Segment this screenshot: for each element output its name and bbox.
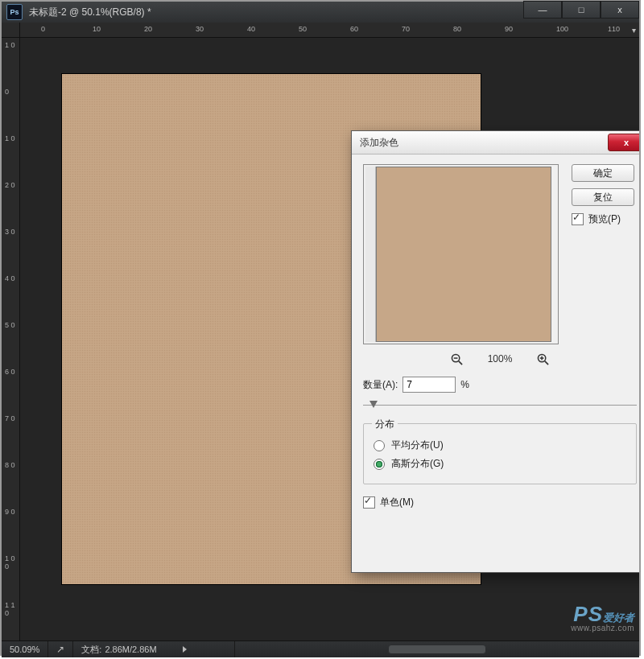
doc-info-label: 文档:: [81, 644, 101, 656]
minimize-button[interactable]: —: [523, 1, 562, 19]
distribution-group: 分布 平均分布(U) 高斯分布(G): [363, 423, 637, 484]
ruler-tick: 70: [402, 25, 410, 33]
ruler-tick: 8 0: [5, 461, 15, 469]
scrollbar-thumb[interactable]: [388, 645, 486, 654]
preview-checkbox-label: 预览(P): [588, 212, 621, 226]
watermark-brand: PS: [573, 602, 603, 626]
preview-image[interactable]: [376, 167, 551, 342]
amount-label: 数量(A):: [363, 378, 398, 392]
ruler-tick: 9 0: [5, 508, 15, 516]
share-icon[interactable]: ↗: [48, 641, 73, 657]
ruler-tick: 10: [93, 25, 101, 33]
watermark: PS爱好者 www.psahz.com: [571, 603, 634, 632]
ruler-tick: 0: [41, 25, 45, 33]
document-title: 未标题-2 @ 50.1%(RGB/8) *: [27, 6, 523, 19]
watermark-url: www.psahz.com: [571, 624, 634, 632]
ruler-tick: 30: [196, 25, 204, 33]
app-icon: Ps: [6, 4, 23, 20]
doc-info-menu-icon[interactable]: [183, 646, 187, 653]
dialog-close-button[interactable]: x: [608, 134, 639, 151]
ruler-horizontal-ticks: 0 10 20 30 40 50 60 70 80 90 100 110: [20, 23, 628, 37]
add-noise-dialog: 添加杂色 x 确定 复位: [351, 130, 639, 573]
canvas-area: 1 0 0 1 0 2 0 3 0 4 0 5 0 6 0 7 0 8 0 9 …: [2, 38, 639, 640]
close-window-button[interactable]: x: [601, 1, 639, 19]
ruler-tick: 0: [5, 88, 9, 96]
uniform-radio-label: 平均分布(U): [391, 439, 444, 452]
preview-checkbox[interactable]: [572, 213, 584, 225]
ruler-horizontal: 0 10 20 30 40 50 60 70 80 90 100 110 ▾: [2, 23, 639, 38]
noise-texture: [377, 167, 551, 341]
ruler-origin[interactable]: [2, 23, 20, 37]
status-bar: 50.09% ↗ 文档: 2.86M/2.86M: [2, 640, 639, 657]
ruler-vertical: 1 0 0 1 0 2 0 3 0 4 0 5 0 6 0 7 0 8 0 9 …: [2, 38, 20, 640]
reset-button[interactable]: 复位: [572, 188, 634, 206]
ruler-tick: 80: [453, 25, 461, 33]
amount-slider[interactable]: [363, 397, 637, 412]
restore-button[interactable]: □: [562, 1, 601, 19]
ruler-tick: 40: [247, 25, 255, 33]
distribution-group-label: 分布: [372, 418, 398, 431]
ruler-tick: 1 0: [5, 41, 15, 49]
gaussian-radio-label: 高斯分布(G): [391, 457, 444, 471]
ruler-tick: 1 1 0: [5, 601, 19, 617]
ruler-tick: 1 0: [5, 134, 15, 142]
ruler-tick: 100: [556, 25, 568, 33]
ruler-tick: 6 0: [5, 368, 15, 376]
amount-unit: %: [460, 379, 469, 390]
ok-button[interactable]: 确定: [572, 164, 634, 182]
svg-line-4: [545, 360, 548, 364]
ruler-tick: 110: [608, 25, 620, 33]
dialog-titlebar[interactable]: 添加杂色 x: [352, 131, 639, 154]
canvas-viewport[interactable]: 添加杂色 x 确定 复位: [20, 38, 639, 640]
svg-line-1: [459, 360, 462, 364]
gaussian-radio[interactable]: [374, 459, 385, 470]
title-bar: Ps 未标题-2 @ 50.1%(RGB/8) * — □ x: [2, 2, 639, 23]
ruler-tick: 3 0: [5, 228, 15, 236]
ruler-tick: 20: [144, 25, 152, 33]
doc-info-value: 2.86M/2.86M: [105, 645, 156, 654]
dialog-title: 添加杂色: [352, 136, 608, 150]
ruler-tick: 4 0: [5, 274, 15, 282]
zoom-controls: 100%: [363, 352, 637, 365]
preview-scrollbar[interactable]: [365, 167, 376, 342]
ruler-tick: 1 0 0: [5, 554, 19, 570]
window-controls: — □ x: [523, 2, 639, 23]
dialog-body: 确定 复位 预览(P) 100%: [352, 154, 639, 519]
ruler-menu-icon[interactable]: ▾: [628, 23, 639, 37]
uniform-radio[interactable]: [374, 440, 385, 451]
ruler-tick: 5 0: [5, 321, 15, 329]
zoom-out-icon[interactable]: [451, 352, 464, 365]
zoom-in-icon[interactable]: [536, 352, 549, 365]
monochrome-checkbox[interactable]: [363, 496, 375, 509]
ruler-tick: 2 0: [5, 181, 15, 189]
ruler-tick: 50: [299, 25, 307, 33]
ruler-tick: 60: [350, 25, 358, 33]
slider-thumb[interactable]: [369, 401, 378, 408]
monochrome-checkbox-label: 单色(M): [380, 496, 414, 509]
watermark-sub: 爱好者: [603, 612, 634, 624]
amount-input[interactable]: [402, 377, 456, 393]
horizontal-scrollbar[interactable]: [235, 645, 639, 654]
ruler-tick: 90: [505, 25, 513, 33]
zoom-level-status[interactable]: 50.09%: [2, 641, 48, 657]
zoom-level-label: 100%: [488, 353, 513, 365]
ruler-tick: 7 0: [5, 414, 15, 422]
preview-panel: [363, 164, 559, 344]
